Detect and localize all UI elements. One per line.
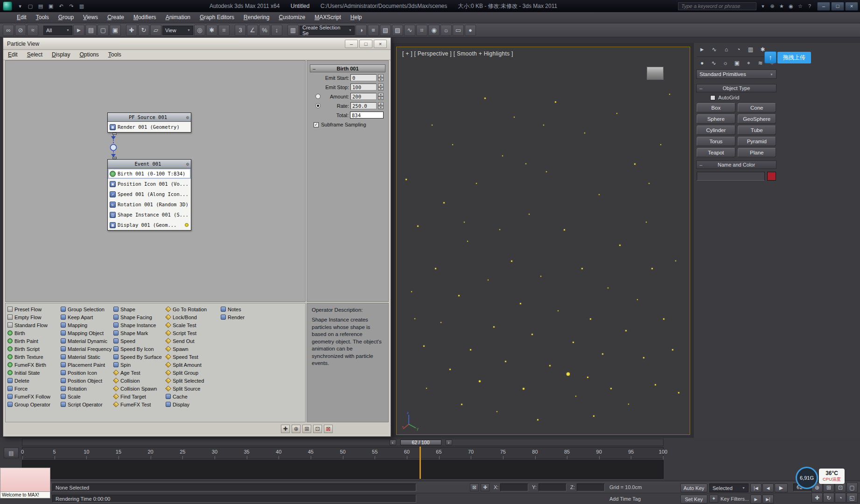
depot-item-mapping-object[interactable]: Mapping Object xyxy=(61,329,113,337)
pv-zoom-icon[interactable]: ⊕ xyxy=(292,425,301,433)
render-production-icon[interactable]: ● xyxy=(465,25,476,36)
button-sphere[interactable]: Sphere xyxy=(697,114,735,124)
object-color-swatch[interactable] xyxy=(767,172,776,181)
spinner-up-icon[interactable]: ▲ xyxy=(378,74,384,78)
cloud-upload-icon[interactable]: ↑ xyxy=(764,51,776,63)
pv-zoom-region-icon[interactable]: ⊞ xyxy=(302,425,311,433)
fov-icon[interactable]: ◔ xyxy=(835,493,846,503)
event-node-header[interactable]: Event 001 ⊙ xyxy=(108,160,191,168)
pv-node-item-display-001-geom[interactable]: ▦Display 001 (Geom... xyxy=(108,220,191,230)
cameras-category-icon[interactable]: ▣ xyxy=(732,58,742,67)
depot-item-split-source[interactable]: Split Source xyxy=(166,385,221,392)
menu-edit[interactable]: Edit xyxy=(12,12,31,23)
pf-source-node[interactable]: PF Source 001 ⊙ ▦Render 001 (Geometry) xyxy=(107,112,191,133)
menu-customize[interactable]: Customize xyxy=(274,12,310,23)
depot-item-group-selection[interactable]: Group Selection xyxy=(61,305,113,313)
new-scene-icon[interactable]: ▢ xyxy=(25,1,35,11)
hierarchy-tab-icon[interactable]: ⌂ xyxy=(721,45,731,54)
node-input-port[interactable] xyxy=(112,157,117,159)
viewport-label[interactable]: [ + ] [ Perspective ] [ Smooth + Highlig… xyxy=(402,50,513,57)
key-icon[interactable]: ✦ xyxy=(709,495,718,503)
space-warps-category-icon[interactable]: ≋ xyxy=(755,58,765,67)
rendered-frame-icon[interactable]: ▭ xyxy=(453,25,464,36)
button-pyramid[interactable]: Pyramid xyxy=(738,137,776,146)
menu-help[interactable]: Help xyxy=(346,12,367,23)
depot-item-spawn[interactable]: Spawn xyxy=(166,345,221,353)
button-torus[interactable]: Torus xyxy=(697,137,735,146)
spinner-up-icon[interactable]: ▲ xyxy=(378,93,384,97)
selection-filter-dropdown[interactable]: All▼ xyxy=(43,26,72,35)
snap-toggle-icon[interactable]: 3 xyxy=(235,25,246,36)
maximize-button[interactable]: □ xyxy=(831,2,844,11)
depot-item-speed[interactable]: Speed xyxy=(113,337,166,345)
select-and-move-icon[interactable]: ✚ xyxy=(126,25,137,36)
particle-view-canvas[interactable]: PF Source 001 ⊙ ▦Render 001 (Geometry) E… xyxy=(5,60,306,302)
align-icon[interactable]: ≡ xyxy=(368,25,379,36)
radio-rate[interactable] xyxy=(315,103,321,108)
depot-item-force[interactable]: Force xyxy=(7,385,61,392)
select-and-rotate-icon[interactable]: ↻ xyxy=(138,25,149,36)
pv-menu-tools[interactable]: Tools xyxy=(104,50,126,60)
depot-item-fumefx-follow[interactable]: FumeFX Follow xyxy=(7,392,61,400)
curve-editor-icon[interactable]: ∿ xyxy=(404,25,415,36)
maximize-viewport-icon[interactable]: ◱ xyxy=(846,493,858,503)
mini-curve-editor-icon[interactable]: ▤ xyxy=(4,448,19,458)
event-node[interactable]: Event 001 ⊙ Birth 001 (0-100 T:834)▣Posi… xyxy=(107,159,191,231)
menu-modifiers[interactable]: Modifiers xyxy=(129,12,161,23)
param-field-emit-stop[interactable]: 100 xyxy=(350,84,377,91)
depot-item-split-amount[interactable]: Split Amount xyxy=(166,361,221,369)
menu-animation[interactable]: Animation xyxy=(161,12,195,23)
button-cone[interactable]: Cone xyxy=(738,103,776,112)
depot-item-material-dynamic[interactable]: Material Dynamic xyxy=(61,337,113,345)
x-coordinate-field[interactable] xyxy=(500,483,528,491)
depot-item-send-out[interactable]: Send Out xyxy=(166,337,221,345)
spinner-emit-stop[interactable]: ▲▼ xyxy=(378,84,384,91)
slider-step-back-button[interactable]: ‹ xyxy=(390,440,396,445)
pv-minimize-button[interactable]: – xyxy=(345,40,358,48)
selection-lock-icon[interactable]: ⊠ xyxy=(470,483,479,491)
node-output-port[interactable] xyxy=(112,133,117,135)
depot-item-speed-by-surface[interactable]: Speed By Surface xyxy=(113,353,166,361)
depot-item-render[interactable]: Render xyxy=(221,313,257,321)
motion-tab-icon[interactable]: ◔ xyxy=(734,45,743,54)
depot-item-split-group[interactable]: Split Group xyxy=(166,369,221,377)
mirror-icon[interactable]: ◑ xyxy=(356,25,367,36)
absolute-mode-icon[interactable]: ✚ xyxy=(481,483,489,491)
unlink-selection-icon[interactable]: ⊘ xyxy=(15,25,26,36)
menu-views[interactable]: Views xyxy=(78,12,103,23)
rectangular-selection-icon[interactable]: ▢ xyxy=(98,25,109,36)
named-selection-set-dropdown[interactable]: Create Selection Se▼ xyxy=(300,26,355,35)
spinner-snap-icon[interactable]: ↕ xyxy=(271,25,282,36)
previous-frame-button[interactable]: ◀ xyxy=(762,483,774,492)
pv-node-item-shape-instance-001-s[interactable]: ◫Shape Instance 001 (S... xyxy=(108,210,191,220)
infocenter-star-icon[interactable]: ★ xyxy=(777,2,786,10)
depot-item-age-test[interactable]: Age Test xyxy=(113,369,166,377)
object-type-rollout-header[interactable]: – Object Type xyxy=(696,84,776,92)
drag-upload-overlay[interactable]: ↑ 拖拽上传 xyxy=(764,51,811,63)
depot-item-notes[interactable]: Notes xyxy=(221,305,257,313)
button-teapot[interactable]: Teapot xyxy=(697,148,735,157)
depot-item-speed-by-icon[interactable]: Speed By Icon xyxy=(113,345,166,353)
depot-item-display[interactable]: Display xyxy=(166,400,221,408)
undo-icon[interactable]: ↶ xyxy=(56,1,66,11)
select-by-name-icon[interactable]: ▤ xyxy=(85,25,97,36)
slider-step-forward-button[interactable]: › xyxy=(446,440,452,445)
geometry-category-icon[interactable]: ● xyxy=(697,58,707,67)
depot-item-group-operator[interactable]: Group Operator xyxy=(7,400,61,408)
pv-node-item-speed-001-along-icon[interactable]: ↗Speed 001 (Along Icon... xyxy=(108,189,191,199)
spinner-down-icon[interactable]: ▼ xyxy=(378,87,384,91)
autogrid-checkbox[interactable] xyxy=(710,95,715,100)
pv-menu-select[interactable]: Select xyxy=(22,50,47,60)
depot-item-speed-test[interactable]: Speed Test xyxy=(166,353,221,361)
depot-item-birth-paint[interactable]: Birth Paint xyxy=(7,337,61,345)
depot-item-material-static[interactable]: Material Static xyxy=(61,353,113,361)
particle-view-titlebar[interactable]: Particle View –□× xyxy=(3,38,391,50)
perspective-viewport[interactable]: [ + ] [ Perspective ] [ Smooth + Highlig… xyxy=(396,47,690,435)
depot-item-cache[interactable]: Cache xyxy=(166,392,221,400)
param-field-rate[interactable]: 250.0 xyxy=(350,102,377,109)
menu-maxscript[interactable]: MAXScript xyxy=(310,12,346,23)
button-tube[interactable]: Tube xyxy=(738,126,776,135)
material-editor-icon[interactable]: ◉ xyxy=(428,25,440,36)
reference-coordinate-dropdown[interactable]: View▼ xyxy=(162,26,193,35)
depot-item-placement-paint[interactable]: Placement Paint xyxy=(61,361,113,369)
